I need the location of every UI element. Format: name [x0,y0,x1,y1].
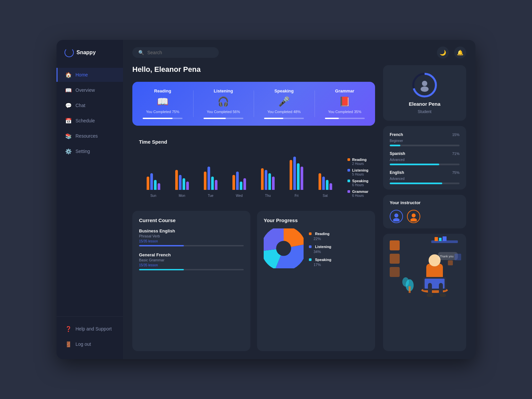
svg-point-13 [412,213,416,217]
bar-sat-speaking [326,180,329,190]
sidebar-item-logout[interactable]: 🚪 Log out [57,337,123,351]
instructor-avatar-2[interactable] [407,210,420,223]
speaking-bar-fill [264,118,283,119]
course-sub-business: Phrasal Verb [139,234,244,238]
stat-card-reading[interactable]: Reading 📖 You Completed 75% [132,82,193,126]
illustration: Thank you [383,234,466,351]
day-label-sat: Sat [323,194,328,198]
sidebar-item-resources[interactable]: 📚 Resources [57,129,123,143]
sidebar-item-label: Chat [75,103,85,108]
chart-area: Sun Mon [139,150,368,198]
schedule-icon: 📅 [66,118,71,124]
sidebar-item-label: Schedule [75,118,95,123]
bar-thu-listening [265,170,267,190]
legend-dot-grammar [347,190,350,193]
pie-chart [264,228,304,268]
chart-day-thu: Thu [254,150,282,198]
bar-mon-reading [175,170,178,190]
header: 🔍 🌙 🔔 [123,40,475,65]
legend-name-grammar: Grammar [352,190,368,194]
legend-name-speaking: Speaking [352,179,368,183]
svg-rect-24 [409,286,411,293]
chart-legend: Reading 2 Hours Listening 5 Hours [342,158,368,198]
course-card: Current Course Business English Phrasal … [132,211,250,351]
resources-icon: 📚 [66,133,71,139]
app-container: Snappy 🏠 Home 📖 Overview 💬 Chat 📅 Schedu… [57,40,475,359]
sidebar-item-label: Help and Support [75,326,112,332]
legend-dot-listening [347,169,350,172]
bar-sat-grammar [330,183,332,190]
sidebar-item-chat[interactable]: 💬 Chat [57,98,123,112]
languages-card: French Beginner 15% [383,126,466,190]
notifications-button[interactable]: 🔔 [454,47,466,59]
search-input[interactable] [147,50,213,55]
profile-card: Eleanor Pena Student [383,65,466,121]
legend-grammar: Grammar 6 Hours [347,190,368,198]
lang-item-english: English Advanced 75% [390,169,460,184]
sidebar-item-setting[interactable]: ⚙️ Setting [57,144,123,158]
legend-dot-reading [347,158,350,161]
bar-sun-reading [147,177,149,190]
course-progress-fill-business [139,245,184,246]
chart-day-sun: Sun [139,150,168,198]
logout-icon: 🚪 [66,341,71,347]
theme-toggle-button[interactable]: 🌙 [437,47,449,59]
legend-hours-grammar: 6 Hours [347,194,368,198]
stat-card-speaking[interactable]: Speaking 🎤 You Completed 48% [254,82,315,126]
bar-sat-reading [319,173,321,190]
day-label-thu: Thu [265,194,271,198]
bar-fri-listening [293,157,296,190]
svg-point-14 [410,218,417,221]
bar-wed-grammar [243,178,246,190]
course-progress-fill-french [139,269,184,270]
legend-hours-listening: 5 Hours [347,173,368,176]
lang-bar-fill-spanish [390,164,439,165]
day-label-tue: Tue [208,194,213,198]
instructor-avatar-1[interactable] [390,210,403,223]
course-sub-french: Basic Grammar [139,258,244,262]
reading-completed: You Completed 75% [146,110,179,114]
svg-point-34 [427,293,433,297]
bar-thu-reading [261,168,264,190]
bar-wed-reading [232,175,235,190]
sidebar-item-label: Home [75,72,88,77]
sidebar-item-label: Setting [75,149,90,154]
svg-point-9 [422,81,427,86]
sidebar-item-label: Resources [75,133,98,139]
stat-title: Speaking [274,88,294,93]
bar-sun-speaking [154,180,157,190]
sidebar-item-schedule[interactable]: 📅 Schedule [57,114,123,128]
legend-name-reading: Reading [352,158,366,162]
sidebar-item-label: Overview [75,87,95,93]
svg-rect-16 [390,254,400,264]
lang-bar-english [390,183,460,184]
bar-fri-grammar [301,167,303,190]
nav-bottom: ❓ Help and Support 🚪 Log out [57,316,123,351]
bar-tue-speaking [211,177,214,190]
listening-completed: You Completed 56% [207,110,240,114]
chart-day-tue: Tue [196,150,225,198]
bar-tue-reading [204,172,206,190]
app-name: Snappy [76,50,96,56]
setting-icon: ⚙️ [66,148,71,154]
page-title: Hello, Eleanor Pena [132,65,375,75]
sidebar-item-home[interactable]: 🏠 Home [57,68,123,82]
lang-pct-french: 15% [452,133,460,137]
sidebar-item-help[interactable]: ❓ Help and Support [57,322,123,336]
sidebar-item-overview[interactable]: 📖 Overview [57,83,123,97]
legend-hours-reading: 2 Hours [347,162,368,166]
svg-point-12 [393,218,400,221]
speaking-bar [264,118,304,119]
profile-ring [411,72,438,98]
stat-card-listening[interactable]: Listening 🎧 You Completed 56% [193,82,254,126]
progress-card: Your Progress [257,211,375,351]
lang-bar-fill-english [390,183,442,184]
lang-item-spanish: Spanish Advanced 71% [390,150,460,165]
avatar-1-icon [391,211,401,221]
reading-bar-fill [143,118,173,119]
sidebar: Snappy 🏠 Home 📖 Overview 💬 Chat 📅 Schedu… [57,40,123,359]
search-bar[interactable]: 🔍 [132,47,219,58]
search-icon: 🔍 [138,50,144,55]
lang-level-french: Beginner [390,139,403,143]
stat-card-grammar[interactable]: Grammar 📕 You Completed 35% [315,82,375,126]
